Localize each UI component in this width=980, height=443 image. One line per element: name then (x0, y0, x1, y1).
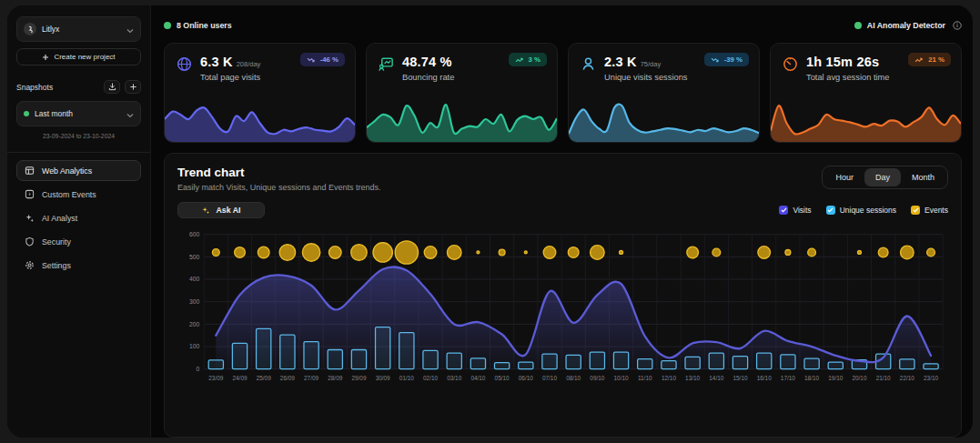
stat-value: 6.3 K (200, 55, 233, 69)
stat-card-avg-session-time: 1h 15m 26s Total avg session time 21 % (770, 43, 962, 143)
svg-text:21/10: 21/10 (876, 375, 891, 381)
svg-text:06/10: 06/10 (519, 375, 533, 381)
ai-anomaly-detector: AI Anomaly Detector (854, 21, 962, 30)
plus-icon (42, 54, 49, 61)
info-icon[interactable] (953, 21, 962, 30)
green-dot-icon (164, 22, 171, 29)
trend-up-icon (515, 56, 525, 64)
svg-text:13/10: 13/10 (685, 375, 700, 381)
snapshot-date-range: 23-09-2024 to 23-10-2024 (16, 133, 141, 139)
trend-up-icon (914, 56, 924, 64)
stat-card-total-page-visits: 6.3 K208/day Total page visits -46 % (164, 43, 356, 143)
checkbox-checked-icon (779, 206, 788, 215)
legend-unique-sessions-checkbox[interactable]: Unique sessions (826, 206, 896, 215)
green-dot-icon (854, 22, 862, 29)
trend-badge: 3 % (509, 53, 547, 66)
stat-value: 2.3 K (604, 55, 637, 69)
lightning-square-icon (25, 189, 35, 199)
svg-text:24/09: 24/09 (232, 375, 247, 381)
legend-visits-checkbox[interactable]: Visits (779, 206, 811, 215)
trend-badge: 21 % (908, 53, 951, 66)
svg-text:28/09: 28/09 (328, 375, 342, 381)
stat-label: Total avg session time (806, 73, 889, 82)
svg-text:23/10: 23/10 (924, 375, 938, 381)
svg-text:17/10: 17/10 (781, 375, 795, 381)
globe-icon (176, 55, 193, 73)
snapshot-add-button[interactable] (125, 80, 141, 94)
snapshot-period-select[interactable]: Last month (16, 101, 141, 126)
svg-text:01/10: 01/10 (399, 375, 414, 381)
svg-text:12/10: 12/10 (662, 375, 676, 381)
top-bar: 8 Online users AI Anomaly Detector (164, 17, 962, 34)
sparkles-icon (201, 206, 210, 215)
tab-day[interactable]: Day (864, 168, 901, 186)
sidebar-item-custom-events[interactable]: Custom Events (16, 184, 141, 205)
checkbox-checked-icon (826, 206, 835, 215)
svg-text:23/09: 23/09 (208, 375, 223, 381)
tab-hour[interactable]: Hour (824, 168, 864, 186)
svg-text:08/10: 08/10 (566, 375, 581, 381)
sparkline-chart (771, 95, 961, 142)
stat-label: Total page visits (200, 73, 260, 82)
svg-text:10/10: 10/10 (614, 375, 629, 381)
stat-value: 1h 15m 26s (806, 55, 879, 69)
svg-text:04/10: 04/10 (470, 375, 485, 381)
sidebar-item-ai-analyst[interactable]: AI Analyst (16, 207, 141, 228)
svg-text:300: 300 (189, 298, 200, 305)
green-dot-icon (24, 111, 29, 116)
stat-rate: 75/day (641, 60, 662, 68)
svg-text:14/10: 14/10 (709, 375, 723, 381)
divider (7, 152, 150, 153)
trend-chart-svg: 010020030040050060023/0924/0925/0926/092… (177, 226, 948, 403)
sparkline-chart (165, 95, 355, 142)
legend-events-checkbox[interactable]: Events (911, 206, 948, 215)
svg-text:22/10: 22/10 (900, 375, 914, 381)
ask-ai-button[interactable]: Ask AI (177, 202, 265, 218)
chevron-down-icon (126, 106, 134, 122)
trend-badge: -39 % (704, 53, 749, 66)
sidebar-item-label: Settings (42, 261, 71, 270)
stat-value: 48.74 % (402, 55, 452, 69)
sidebar-item-security[interactable]: Security (16, 231, 141, 252)
project-name: Litlyx (42, 25, 121, 34)
sidebar-item-web-analytics[interactable]: Web Analytics (16, 160, 141, 181)
time-range-toggle: Hour Day Month (822, 166, 948, 189)
create-new-project-button[interactable]: Create new project (16, 48, 141, 65)
online-users-indicator: 8 Online users (164, 21, 232, 30)
svg-text:600: 600 (189, 231, 200, 237)
svg-text:200: 200 (189, 321, 200, 327)
sidebar-item-settings[interactable]: Settings (16, 255, 141, 276)
snapshot-save-button[interactable] (104, 80, 120, 94)
stat-cards-row: 6.3 K208/day Total page visits -46 % 48.… (164, 43, 962, 143)
sparkline-chart (569, 95, 759, 142)
trend-down-icon (711, 56, 721, 64)
svg-text:20/10: 20/10 (852, 375, 866, 381)
svg-text:500: 500 (189, 254, 200, 260)
tab-month[interactable]: Month (901, 168, 945, 186)
svg-text:02/10: 02/10 (423, 375, 438, 381)
svg-text:19/10: 19/10 (828, 375, 843, 381)
stat-label: Unique visits sessions (604, 73, 687, 82)
svg-text:15/10: 15/10 (732, 375, 747, 381)
sidebar: Litlyx Create new project Snapshots Last… (7, 5, 151, 438)
sparkline-chart (367, 95, 557, 142)
svg-text:27/09: 27/09 (304, 375, 318, 381)
svg-text:29/09: 29/09 (351, 375, 366, 381)
plus-icon (129, 83, 137, 91)
snapshot-period-value: Last month (35, 109, 121, 118)
stat-card-bouncing-rate: 48.74 % Bouncing rate 3 % (366, 43, 558, 143)
svg-text:03/10: 03/10 (447, 375, 461, 381)
presentation-icon (378, 55, 395, 73)
svg-text:0: 0 (197, 366, 200, 372)
litlyx-logo-icon (24, 23, 36, 35)
browser-window-icon (25, 166, 35, 176)
shield-icon (25, 237, 35, 247)
project-selector[interactable]: Litlyx (16, 16, 141, 42)
chevron-down-icon (126, 21, 134, 37)
stat-label: Bouncing rate (402, 73, 456, 82)
svg-text:25/09: 25/09 (257, 375, 271, 381)
stat-card-unique-visits: 2.3 K75/day Unique visits sessions -39 % (568, 43, 760, 143)
trend-down-icon (307, 56, 317, 64)
checkbox-checked-icon (911, 206, 920, 215)
sidebar-item-label: Security (42, 237, 71, 247)
